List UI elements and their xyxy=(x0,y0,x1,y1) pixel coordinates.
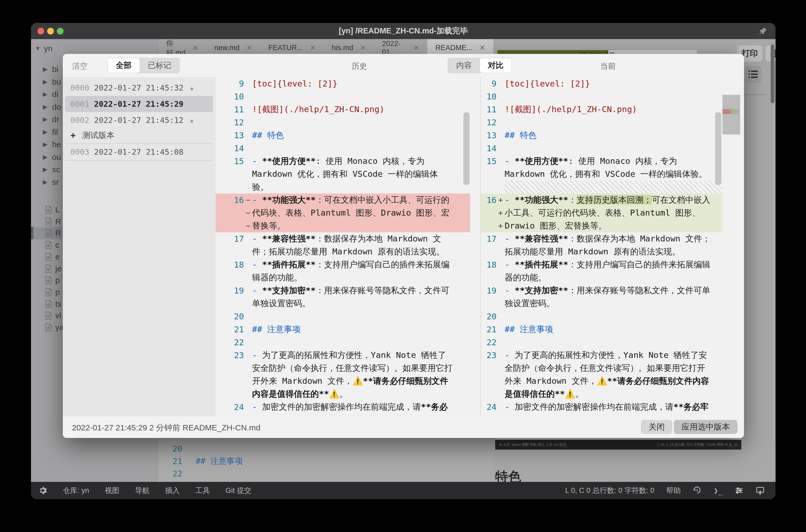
close-dialog-button[interactable]: 关闭 xyxy=(641,420,672,434)
diff-row: 13## 特色 xyxy=(215,129,470,142)
diff-removed-row: 16−- **功能强大**：可在文档中嵌入小工具、可运行的 xyxy=(215,193,470,206)
pin-icon[interactable] xyxy=(758,26,768,36)
chevron-icon[interactable]: ▶ xyxy=(43,66,52,73)
filter-all-option[interactable]: 全部 xyxy=(108,58,139,73)
version-row-0003[interactable]: 00032022-01-27 21:45:08 xyxy=(65,145,213,159)
history-icon[interactable] xyxy=(693,486,702,495)
compare-mode-option[interactable]: 对比 xyxy=(480,58,512,73)
tree-item-label: sr xyxy=(52,177,59,187)
tree-item-label: je xyxy=(55,264,61,273)
diff-row: 外来 Markdown 文件，⚠️**请务必仔细甄别文件内容 xyxy=(481,375,723,387)
warning-icon: ⚠️ xyxy=(329,389,339,399)
close-icon[interactable]: ✕ xyxy=(480,44,485,52)
preview-scrollbar[interactable] xyxy=(771,44,774,103)
presentation-icon[interactable] xyxy=(755,486,765,495)
warning-icon: ⚠️ xyxy=(597,376,607,386)
file-icon xyxy=(45,265,52,273)
tab-label: README... xyxy=(435,44,472,52)
close-icon[interactable]: ✕ xyxy=(246,44,252,52)
chevron-icon[interactable]: ▶ xyxy=(43,179,52,186)
statusbar-menu-插入[interactable]: 插入 xyxy=(165,486,180,495)
tree-item-label: he xyxy=(52,140,61,149)
clear-button[interactable]: 清空 xyxy=(72,61,88,72)
chevron-icon[interactable]: ▶ xyxy=(43,103,52,111)
chevron-icon[interactable]: ▶ xyxy=(43,166,52,173)
toc-button[interactable] xyxy=(745,66,762,83)
diff-row: 13## 特色 xyxy=(481,129,723,142)
close-icon[interactable]: ✕ xyxy=(360,44,366,52)
statusbar-menu-视图[interactable]: 视图 xyxy=(105,486,119,495)
diff-row: 17- **兼容性强**：数据保存为本地 Markdown 文 xyxy=(215,232,470,245)
sliders-icon[interactable] xyxy=(735,486,744,495)
editor-line: 22 xyxy=(158,467,493,480)
statusbar-menu-Git-提交[interactable]: Git 提交 xyxy=(226,486,251,495)
version-date: 2022-01-27 21:45:08 xyxy=(94,147,184,157)
embedded-screenshot-statusbar: ⚙ 仓库: demo 视图 导航 插入 工具 Git 提交 L 78, C 24… xyxy=(495,440,741,450)
editor-line: 20 xyxy=(158,442,493,455)
diff-added-row: +小工具、可运行的代码块、表格、Plantuml 图形、 xyxy=(481,206,723,220)
overview-viewport xyxy=(723,95,740,134)
tree-item-label: vi xyxy=(55,311,61,320)
dialog-header: 清空 全部 已标记 历史 内容 对比 当前 xyxy=(63,54,744,77)
chevron-icon[interactable]: ▶ xyxy=(43,154,52,160)
star-icon[interactable]: ★ xyxy=(189,83,194,93)
add-version-button[interactable]: +测试版本 xyxy=(65,128,213,142)
diff-row: 12 xyxy=(215,116,470,129)
diff-row: 19- **支持加密**：用来保存账号等隐私文件，文件可 xyxy=(215,284,470,297)
chevron-icon[interactable]: ▶ xyxy=(43,116,52,123)
version-row-0000[interactable]: 00002022-01-27 21:45:32★ xyxy=(65,81,213,95)
diff-removed-row: −替换等。 xyxy=(215,220,470,232)
diff-overview-ruler[interactable] xyxy=(723,77,740,217)
tree-item-label: fil xyxy=(52,128,58,137)
chevron-icon[interactable]: ▶ xyxy=(43,91,52,98)
star-icon[interactable]: ★ xyxy=(189,116,194,125)
version-row-0002[interactable]: 00022022-01-27 21:45:12★ xyxy=(65,113,213,127)
chevron-icon[interactable]: ▶ xyxy=(43,78,52,86)
diff-row: 9[toc]{level: [2]} xyxy=(215,77,470,90)
file-icon xyxy=(45,300,52,308)
close-icon[interactable]: ✕ xyxy=(413,44,419,52)
help-menu[interactable]: 帮助 xyxy=(666,486,681,495)
diff-row: 17- **兼容性强**：数据保存为本地 Markdown 文件； xyxy=(481,232,723,245)
terminal-icon[interactable]: ❯_ xyxy=(714,486,723,495)
filter-segmented-control: 全部 已标记 xyxy=(108,58,180,73)
status-right: L 0, C 0 总行数: 0 字符数: 0 帮助 ❯_ xyxy=(565,486,765,495)
cursor-info: L 0, C 0 总行数: 0 字符数: 0 xyxy=(565,486,655,495)
version-row-0001[interactable]: 00012022-01-27 21:45:29 xyxy=(65,96,213,112)
filter-marked-option[interactable]: 已标记 xyxy=(139,58,179,73)
close-icon[interactable]: ✕ xyxy=(192,44,198,52)
file-icon xyxy=(45,288,52,296)
embedded-statusbar-left: ⚙ 仓库: demo 视图 导航 插入 工具 Git 提交 xyxy=(499,442,566,447)
history-column-label: 历史 xyxy=(343,61,375,72)
close-icon[interactable]: ✕ xyxy=(310,44,316,52)
gear-icon[interactable] xyxy=(39,486,47,495)
tree-item-label: c xyxy=(55,241,59,250)
diff-row: 21## 注意事项 xyxy=(481,323,723,336)
file-icon xyxy=(45,323,52,331)
statusbar-menu-导航[interactable]: 导航 xyxy=(135,486,150,495)
selection-bar xyxy=(31,227,33,239)
chevron-icon[interactable]: ▶ xyxy=(43,141,52,148)
diff-row: 是值得信任的**⚠️。 xyxy=(481,387,723,400)
diff-row: 15- **使用方便**: 使用 Monaco 内核，专为 xyxy=(215,155,470,168)
statusbar-menu-工具[interactable]: 工具 xyxy=(195,486,210,495)
tree-item-label: bu xyxy=(52,77,61,87)
tree-item-label: R xyxy=(55,217,61,226)
version-index: 0003 xyxy=(70,147,89,157)
history-dialog: 清空 全部 已标记 历史 内容 对比 当前 00002022-01-27 21:… xyxy=(63,54,744,438)
preview-divider xyxy=(743,94,766,95)
tab-label: new.md xyxy=(214,44,239,52)
apply-version-button[interactable]: 应用选中版本 xyxy=(674,420,737,434)
file-icon xyxy=(45,206,52,214)
history-scrollbar[interactable] xyxy=(463,112,470,185)
content-mode-option[interactable]: 内容 xyxy=(448,58,480,73)
current-scrollbar[interactable] xyxy=(715,112,721,185)
statusbar-menu-仓库-yn[interactable]: 仓库: yn xyxy=(63,486,89,495)
sidebar-file-yn[interactable]: ▼yn xyxy=(31,42,157,55)
chevron-icon[interactable]: ▶ xyxy=(43,129,52,136)
version-date: 2022-01-27 21:45:32 xyxy=(94,83,184,92)
diff-row: 24- 加密文件的加密解密操作均在前端完成，请**务必牢 xyxy=(481,400,723,413)
title-bar: [yn] /README_ZH-CN.md-加载完毕 xyxy=(31,23,775,39)
chevron-icon[interactable]: ▼ xyxy=(35,45,44,52)
diff-row: 辑器的功能。 xyxy=(215,271,470,284)
